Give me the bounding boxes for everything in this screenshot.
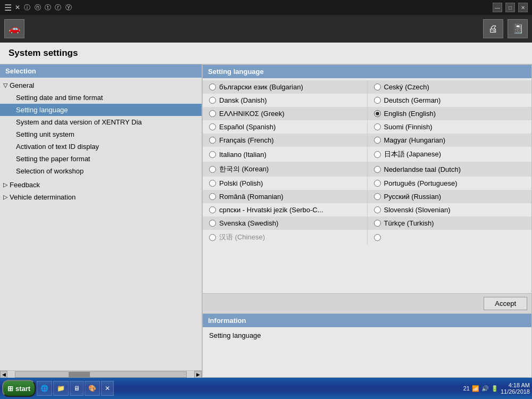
maximize-button[interactable]: □ <box>505 3 515 12</box>
scroll-right-arrow[interactable]: ▶ <box>194 371 202 378</box>
content-area: Selection ▽ General Setting date and tim… <box>0 64 532 378</box>
lang-label: Italiano (Italian) <box>219 151 267 159</box>
lang-label: Română (Romanian) <box>219 193 284 201</box>
lang-cell[interactable]: 日本語 (Japanese) <box>368 147 532 162</box>
hamburger-icon: ☰ <box>4 3 12 13</box>
lang-cell[interactable]: English (English) <box>368 107 532 120</box>
lang-cell[interactable]: Magyar (Hungarian) <box>368 134 532 147</box>
general-tree-header[interactable]: ▽ General <box>0 79 202 92</box>
sidebar-item-paper-format[interactable]: Setting the paper format <box>0 153 202 165</box>
radio-btn <box>374 97 381 104</box>
lang-label: српски - Hrvatski jezik (Serbo-C... <box>219 206 323 214</box>
ie-icon: 🌐 <box>40 385 48 392</box>
sidebar-item-unit-system[interactable]: Setting unit system <box>0 128 202 140</box>
sidebar-scrollbar-area: ◀ ▶ <box>0 370 202 378</box>
lang-cell[interactable]: Русский (Russian) <box>368 190 532 203</box>
lang-cell[interactable]: Dansk (Danish) <box>203 94 368 107</box>
lang-cell[interactable]: Türkçe (Turkish) <box>368 217 532 230</box>
print-button[interactable]: 🖨 <box>483 19 503 38</box>
lang-label: Português (Portuguese) <box>384 179 458 187</box>
paper-format-label: Setting the paper format <box>16 155 90 163</box>
clock-time: 4:18 AM <box>501 382 530 388</box>
radio-btn <box>374 206 381 213</box>
toolbar: 🚗 🖨 📓 <box>0 15 532 43</box>
vehicle-tree-header[interactable]: ▷ Vehicle determination <box>0 191 202 203</box>
lang-cell[interactable]: Română (Romanian) <box>203 190 368 203</box>
taskbar-xentry-button[interactable]: ✕ <box>101 381 114 396</box>
taskbar-folder-button[interactable]: 📁 <box>53 381 69 396</box>
unit-system-label: Setting unit system <box>16 130 74 138</box>
accept-button[interactable]: Accept <box>484 297 527 310</box>
radio-btn <box>209 151 216 158</box>
help-button[interactable]: 📓 <box>508 19 528 38</box>
radio-btn <box>209 193 216 200</box>
lang-cell[interactable]: Suomi (Finnish) <box>368 120 532 134</box>
sidebar-item-text-id[interactable]: Activation of text ID display <box>0 140 202 153</box>
lang-label: Español (Spanish) <box>219 123 276 131</box>
radio-btn <box>374 180 381 187</box>
xentry-icon: ✕ <box>105 385 110 392</box>
lang-cell[interactable]: Slovenski (Slovenian) <box>368 203 532 217</box>
lang-label: български език (Bulgarian) <box>219 83 303 91</box>
lang-cell[interactable]: српски - Hrvatski jezik (Serbo-C... <box>203 203 368 217</box>
taskbar-left: ⊞ start 🌐 📁 🖥 🎨 ✕ <box>2 380 114 397</box>
taskbar-paint-button[interactable]: 🎨 <box>85 381 100 396</box>
lang-label: Slovenski (Slovenian) <box>384 206 451 214</box>
radio-btn <box>209 206 216 213</box>
feedback-label: Feedback <box>10 181 40 189</box>
sidebar-item-language[interactable]: Setting language <box>0 104 202 116</box>
lang-cell[interactable]: Français (French) <box>203 134 368 147</box>
close-button[interactable]: ✕ <box>518 3 528 12</box>
info-panel-header: Information <box>203 314 531 327</box>
lang-cell[interactable]: 한국의 (Korean) <box>203 162 368 177</box>
minimize-button[interactable]: — <box>493 3 502 12</box>
lang-label: Türkçe (Turkish) <box>384 219 434 227</box>
h-scroll-thumb <box>69 372 90 377</box>
lang-cell[interactable]: Nederlandse taal (Dutch) <box>368 162 532 177</box>
radio-btn <box>209 97 216 104</box>
language-panel: Setting language български език (Bulgari… <box>202 64 532 314</box>
lang-row-10: Svenska (Swedish)Türkçe (Turkish) <box>203 217 531 230</box>
sidebar-header: Selection <box>0 64 202 78</box>
lang-label: ΕΛΛΗΝΙΚΟΣ (Greek) <box>219 110 285 118</box>
general-label: General <box>10 81 34 89</box>
car-icon-button[interactable]: 🚗 <box>4 19 24 38</box>
radio-btn <box>374 220 381 227</box>
lang-label: 汉语 (Chinese) <box>219 232 265 242</box>
lang-cell[interactable]: Português (Portuguese) <box>368 177 532 190</box>
lang-cell[interactable]: български език (Bulgarian) <box>203 80 368 94</box>
lang-row-8: Română (Romanian)Русский (Russian) <box>203 190 531 203</box>
vehicle-expand-icon: ▷ <box>3 194 7 201</box>
lang-cell[interactable]: Ceský (Czech) <box>368 80 532 94</box>
radio-btn <box>374 110 381 117</box>
lang-label: Deutsch (German) <box>384 96 441 104</box>
lang-cell: 汉语 (Chinese) <box>203 230 368 245</box>
lang-row-6: 한국의 (Korean)Nederlandse taal (Dutch) <box>203 162 531 177</box>
taskbar-monitor-button[interactable]: 🖥 <box>70 381 84 396</box>
sidebar-item-workshop[interactable]: Selection of workshop <box>0 165 202 177</box>
sidebar-item-xentry-version[interactable]: System and data version of XENTRY Dia <box>0 116 202 128</box>
language-panel-header: Setting language <box>203 65 531 78</box>
lang-cell[interactable]: ΕΛΛΗΝΙΚΟΣ (Greek) <box>203 107 368 120</box>
lang-cell[interactable]: Polski (Polish) <box>203 177 368 190</box>
radio-btn <box>374 193 381 200</box>
sidebar-tree[interactable]: ▽ General Setting date and time format S… <box>0 78 202 370</box>
radio-btn <box>374 234 381 241</box>
lang-cell[interactable]: Svenska (Swedish) <box>203 217 368 230</box>
lang-label: Русский (Russian) <box>384 193 441 201</box>
taskbar-ie-button[interactable]: 🌐 <box>37 381 52 396</box>
info-panel-content: Setting language <box>203 327 531 344</box>
radio-btn <box>209 220 216 227</box>
h-scrollbar[interactable] <box>15 371 187 378</box>
lang-row-3: Español (Spanish)Suomi (Finnish) <box>203 120 531 134</box>
lang-label: Svenska (Swedish) <box>219 219 278 227</box>
lang-label: Dansk (Danish) <box>219 96 267 104</box>
sidebar-item-date-time[interactable]: Setting date and time format <box>0 92 202 104</box>
start-button[interactable]: ⊞ start <box>2 380 36 397</box>
feedback-tree-header[interactable]: ▷ Feedback <box>0 179 202 191</box>
scroll-left-arrow[interactable]: ◀ <box>0 371 7 378</box>
lang-cell[interactable]: Italiano (Italian) <box>203 147 368 162</box>
language-list: български език (Bulgarian)Ceský (Czech)D… <box>203 78 531 293</box>
lang-cell[interactable]: Deutsch (German) <box>368 94 532 107</box>
lang-cell[interactable]: Español (Spanish) <box>203 120 368 134</box>
